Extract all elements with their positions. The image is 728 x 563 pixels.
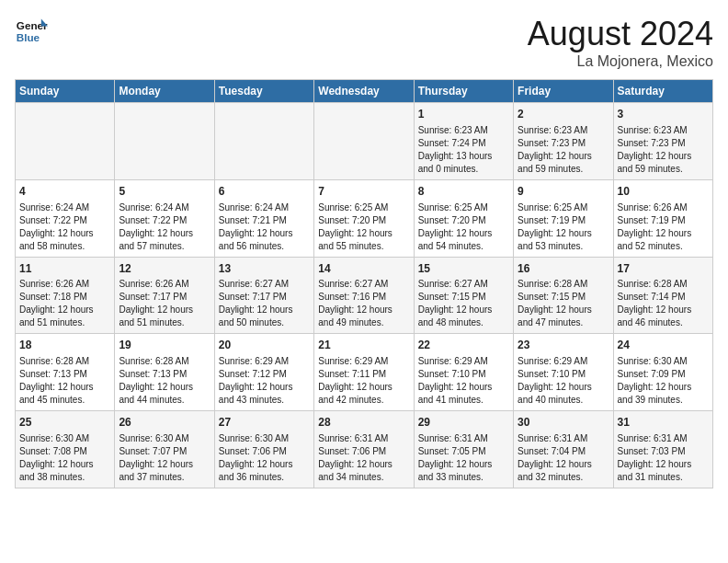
sunrise-text: Sunrise: 6:24 AM <box>19 202 89 213</box>
calendar-table: Sunday Monday Tuesday Wednesday Thursday… <box>15 79 713 488</box>
sunset-text: Sunset: 7:09 PM <box>618 369 686 379</box>
sunrise-text: Sunrise: 6:28 AM <box>119 356 188 366</box>
daylight-label: Daylight: 12 hours and 50 minutes. <box>219 304 293 327</box>
table-row: 13Sunrise: 6:27 AMSunset: 7:17 PMDayligh… <box>214 257 313 334</box>
sunrise-text: Sunrise: 6:25 AM <box>418 202 488 213</box>
sunrise-text: Sunrise: 6:27 AM <box>219 279 289 289</box>
header-monday: Monday <box>115 80 214 103</box>
sunrise-text: Sunrise: 6:29 AM <box>318 356 388 366</box>
day-number: 25 <box>19 415 110 431</box>
header-thursday: Thursday <box>414 80 513 103</box>
sunset-text: Sunset: 7:20 PM <box>418 215 486 225</box>
sunrise-text: Sunrise: 6:30 AM <box>19 433 89 443</box>
sunset-text: Sunset: 7:17 PM <box>119 292 187 302</box>
table-row: 12Sunrise: 6:26 AMSunset: 7:17 PMDayligh… <box>115 257 214 334</box>
day-number: 13 <box>219 261 310 277</box>
daylight-label: Daylight: 12 hours and 42 minutes. <box>318 382 392 405</box>
day-number: 31 <box>618 415 709 431</box>
daylight-label: Daylight: 12 hours and 54 minutes. <box>418 228 493 251</box>
table-row <box>115 103 214 180</box>
logo: General Blue General Blue <box>15 15 48 48</box>
sunrise-text: Sunrise: 6:31 AM <box>518 433 587 443</box>
daylight-label: Daylight: 12 hours and 34 minutes. <box>318 459 392 482</box>
calendar-week-row: 11Sunrise: 6:26 AMSunset: 7:18 PMDayligh… <box>16 257 713 334</box>
sunset-text: Sunset: 7:23 PM <box>518 138 586 148</box>
sunrise-text: Sunrise: 6:28 AM <box>618 279 688 289</box>
sunset-text: Sunset: 7:06 PM <box>318 446 386 456</box>
daylight-label: Daylight: 12 hours and 52 minutes. <box>618 228 692 251</box>
header-tuesday: Tuesday <box>214 80 313 103</box>
day-number: 21 <box>318 338 409 353</box>
daylight-label: Daylight: 12 hours and 51 minutes. <box>119 304 193 327</box>
day-number: 17 <box>618 261 709 277</box>
day-number: 23 <box>518 338 609 353</box>
daylight-label: Daylight: 12 hours and 40 minutes. <box>518 382 592 405</box>
table-row <box>314 103 414 180</box>
sunset-text: Sunset: 7:06 PM <box>219 446 287 456</box>
calendar-week-row: 18Sunrise: 6:28 AMSunset: 7:13 PMDayligh… <box>16 334 713 411</box>
table-row: 6Sunrise: 6:24 AMSunset: 7:21 PMDaylight… <box>214 179 313 257</box>
sunset-text: Sunset: 7:10 PM <box>418 369 486 379</box>
sunrise-text: Sunrise: 6:26 AM <box>119 279 188 289</box>
sunrise-text: Sunrise: 6:31 AM <box>318 433 388 443</box>
daylight-label: Daylight: 12 hours and 37 minutes. <box>119 459 193 482</box>
table-row: 18Sunrise: 6:28 AMSunset: 7:13 PMDayligh… <box>16 334 115 411</box>
daylight-label: Daylight: 12 hours and 36 minutes. <box>219 459 293 482</box>
sunrise-text: Sunrise: 6:29 AM <box>418 356 488 366</box>
day-number: 24 <box>618 338 709 353</box>
sunrise-text: Sunrise: 6:23 AM <box>618 125 688 135</box>
sunset-text: Sunset: 7:17 PM <box>219 292 287 302</box>
sunset-text: Sunset: 7:14 PM <box>618 292 686 302</box>
header-friday: Friday <box>514 80 613 103</box>
table-row: 29Sunrise: 6:31 AMSunset: 7:05 PMDayligh… <box>414 411 513 488</box>
sunrise-text: Sunrise: 6:31 AM <box>618 433 688 443</box>
table-row: 7Sunrise: 6:25 AMSunset: 7:20 PMDaylight… <box>314 179 414 257</box>
day-number: 2 <box>518 107 609 122</box>
sunrise-text: Sunrise: 6:28 AM <box>19 356 89 366</box>
daylight-label: Daylight: 12 hours and 56 minutes. <box>219 228 293 251</box>
daylight-label: Daylight: 12 hours and 59 minutes. <box>518 151 592 174</box>
day-number: 8 <box>418 184 509 200</box>
sunrise-text: Sunrise: 6:31 AM <box>418 433 488 443</box>
day-number: 1 <box>418 107 509 122</box>
day-number: 9 <box>518 184 609 200</box>
daylight-label: Daylight: 12 hours and 53 minutes. <box>518 228 592 251</box>
day-number: 16 <box>518 261 609 277</box>
table-row: 31Sunrise: 6:31 AMSunset: 7:03 PMDayligh… <box>613 411 712 488</box>
day-number: 15 <box>418 261 509 277</box>
sunset-text: Sunset: 7:10 PM <box>518 369 586 379</box>
daylight-label: Daylight: 12 hours and 58 minutes. <box>19 228 94 251</box>
svg-text:Blue: Blue <box>17 31 40 43</box>
day-number: 27 <box>219 415 310 431</box>
calendar-title: August 2024 <box>528 15 713 53</box>
sunrise-text: Sunrise: 6:26 AM <box>19 279 89 289</box>
table-row: 16Sunrise: 6:28 AMSunset: 7:15 PMDayligh… <box>514 257 613 334</box>
day-number: 26 <box>119 415 210 431</box>
daylight-label: Daylight: 12 hours and 33 minutes. <box>418 459 493 482</box>
sunrise-text: Sunrise: 6:26 AM <box>618 202 688 213</box>
sunset-text: Sunset: 7:24 PM <box>418 138 486 148</box>
sunset-text: Sunset: 7:22 PM <box>119 215 187 225</box>
table-row: 25Sunrise: 6:30 AMSunset: 7:08 PMDayligh… <box>16 411 115 488</box>
sunset-text: Sunset: 7:21 PM <box>219 215 287 225</box>
sunrise-text: Sunrise: 6:29 AM <box>518 356 587 366</box>
daylight-label: Daylight: 12 hours and 47 minutes. <box>518 304 592 327</box>
table-row: 4Sunrise: 6:24 AMSunset: 7:22 PMDaylight… <box>16 179 115 257</box>
day-number: 14 <box>318 261 409 277</box>
sunset-text: Sunset: 7:03 PM <box>618 446 686 456</box>
header-saturday: Saturday <box>613 80 712 103</box>
table-row: 22Sunrise: 6:29 AMSunset: 7:10 PMDayligh… <box>414 334 513 411</box>
table-row: 15Sunrise: 6:27 AMSunset: 7:15 PMDayligh… <box>414 257 513 334</box>
day-number: 18 <box>19 338 110 353</box>
sunset-text: Sunset: 7:15 PM <box>418 292 486 302</box>
calendar-week-row: 1Sunrise: 6:23 AMSunset: 7:24 PMDaylight… <box>16 103 713 180</box>
table-row <box>214 103 313 180</box>
table-row: 14Sunrise: 6:27 AMSunset: 7:16 PMDayligh… <box>314 257 414 334</box>
day-number: 11 <box>19 261 110 277</box>
table-row: 9Sunrise: 6:25 AMSunset: 7:19 PMDaylight… <box>514 179 613 257</box>
sunset-text: Sunset: 7:20 PM <box>318 215 386 225</box>
sunrise-text: Sunrise: 6:29 AM <box>219 356 289 366</box>
calendar-subtitle: La Mojonera, Mexico <box>528 53 713 70</box>
sunset-text: Sunset: 7:23 PM <box>618 138 686 148</box>
sunset-text: Sunset: 7:18 PM <box>19 292 87 302</box>
